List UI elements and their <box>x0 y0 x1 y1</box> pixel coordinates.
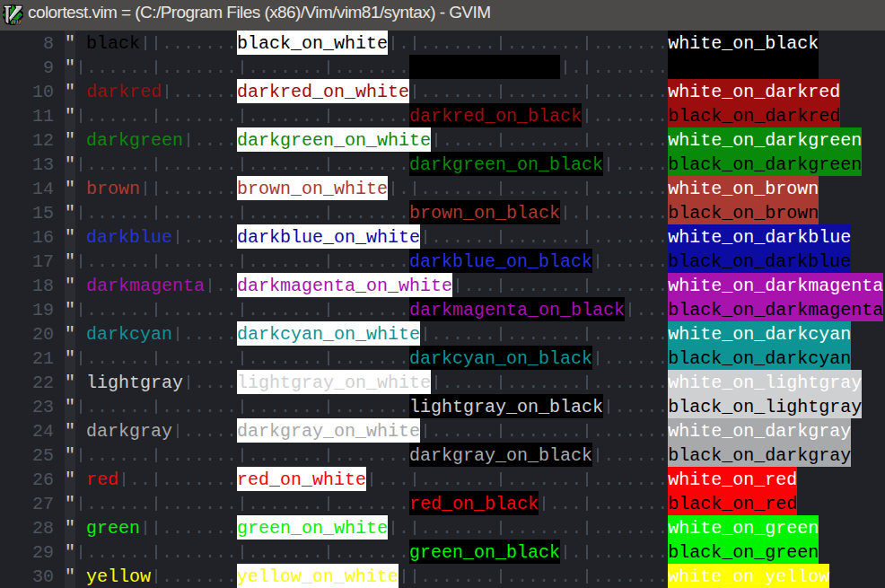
svg-text:im: im <box>11 16 21 25</box>
